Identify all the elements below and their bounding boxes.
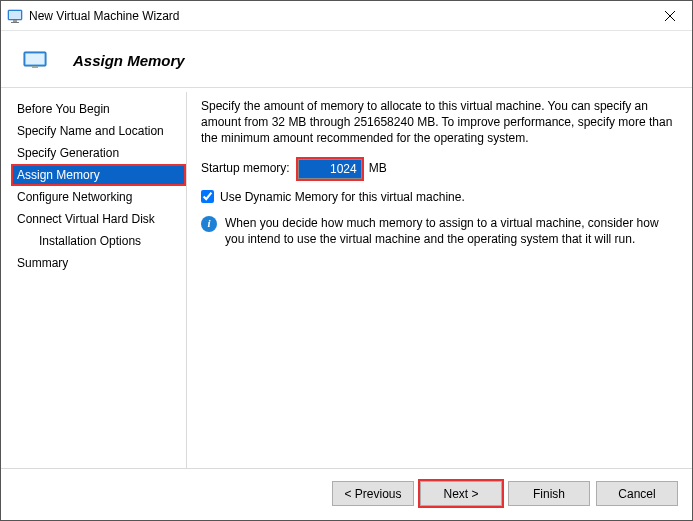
svg-rect-2 xyxy=(13,20,17,22)
step-configure-networking[interactable]: Configure Networking xyxy=(11,186,186,208)
svg-rect-3 xyxy=(11,22,19,23)
window-title: New Virtual Machine Wizard xyxy=(29,9,647,23)
memory-input-highlight xyxy=(296,157,364,181)
memory-unit: MB xyxy=(369,160,387,176)
previous-button[interactable]: < Previous xyxy=(332,481,414,506)
dynamic-memory-checkbox[interactable] xyxy=(201,190,214,203)
startup-memory-input[interactable] xyxy=(298,159,362,179)
step-installation-options[interactable]: Installation Options xyxy=(11,230,186,252)
step-connect-vhd[interactable]: Connect Virtual Hard Disk xyxy=(11,208,186,230)
svg-rect-7 xyxy=(26,54,45,65)
step-summary[interactable]: Summary xyxy=(11,252,186,274)
titlebar: New Virtual Machine Wizard xyxy=(1,1,692,31)
step-specify-name-location[interactable]: Specify Name and Location xyxy=(11,120,186,142)
app-icon xyxy=(7,8,23,24)
close-button[interactable] xyxy=(647,1,692,30)
finish-button[interactable]: Finish xyxy=(508,481,590,506)
header-icon xyxy=(23,51,47,69)
wizard-window: New Virtual Machine Wizard Assign Memory… xyxy=(0,0,693,521)
cancel-button[interactable]: Cancel xyxy=(596,481,678,506)
dynamic-memory-row: Use Dynamic Memory for this virtual mach… xyxy=(201,189,678,205)
svg-rect-8 xyxy=(32,66,38,68)
step-assign-memory[interactable]: Assign Memory xyxy=(11,164,186,186)
wizard-steps-sidebar: Before You Begin Specify Name and Locati… xyxy=(11,92,187,468)
startup-memory-label: Startup memory: xyxy=(201,160,290,176)
next-button[interactable]: Next > xyxy=(420,481,502,506)
wizard-content: Specify the amount of memory to allocate… xyxy=(187,92,682,468)
dynamic-memory-label: Use Dynamic Memory for this virtual mach… xyxy=(220,189,465,205)
svg-rect-1 xyxy=(9,11,21,19)
page-title: Assign Memory xyxy=(73,52,185,69)
info-icon: i xyxy=(201,216,217,232)
info-row: i When you decide how much memory to ass… xyxy=(201,215,678,247)
wizard-header: Assign Memory xyxy=(1,31,692,87)
step-before-you-begin[interactable]: Before You Begin xyxy=(11,98,186,120)
info-text: When you decide how much memory to assig… xyxy=(225,215,678,247)
wizard-footer: < Previous Next > Finish Cancel xyxy=(1,468,692,520)
wizard-body: Before You Begin Specify Name and Locati… xyxy=(1,87,692,468)
startup-memory-row: Startup memory: MB xyxy=(201,157,678,181)
step-specify-generation[interactable]: Specify Generation xyxy=(11,142,186,164)
description-text: Specify the amount of memory to allocate… xyxy=(201,98,678,147)
